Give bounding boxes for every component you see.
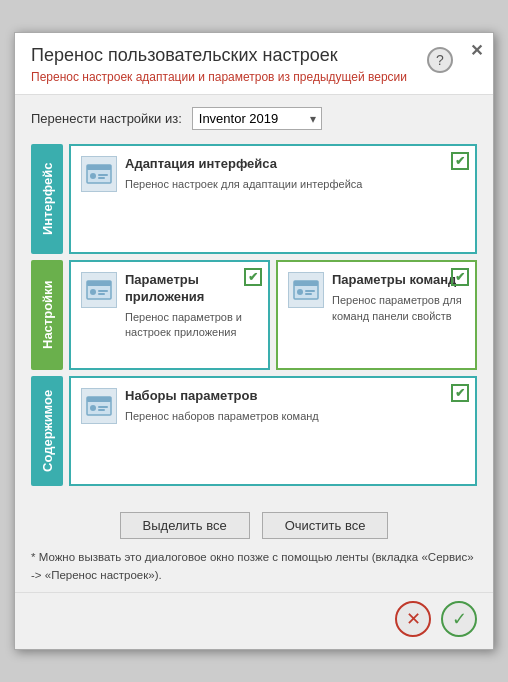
category-label-interface: Интерфейс xyxy=(31,144,63,254)
category-label-settings: Настройки xyxy=(31,260,63,370)
svg-rect-13 xyxy=(305,290,315,292)
select-all-button[interactable]: Выделить все xyxy=(120,512,250,539)
cmd-params-text: Параметры команд Перенос параметров для … xyxy=(332,272,465,324)
param-sets-icon xyxy=(81,388,117,424)
app-params-desc: Перенос параметров и настроек приложения xyxy=(125,310,258,341)
dialog-subtitle: Перенос настроек адаптации и параметров … xyxy=(31,70,477,84)
svg-rect-11 xyxy=(294,281,318,286)
svg-rect-19 xyxy=(98,409,105,411)
svg-rect-3 xyxy=(98,174,108,176)
source-select-wrapper[interactable]: Inventor 2019 Inventor 2018 Inventor 201… xyxy=(192,107,322,130)
svg-rect-8 xyxy=(98,290,108,292)
category-items-content: Наборы параметров Перенос наборов параме… xyxy=(69,376,477,486)
param-sets-desc: Перенос наборов параметров команд xyxy=(125,409,465,424)
cmd-params-title: Параметры команд xyxy=(332,272,465,289)
ok-button[interactable]: ✓ xyxy=(441,601,477,637)
dialog-title: Перенос пользовательских настроек xyxy=(31,45,477,66)
item-card-app-params[interactable]: Параметры приложения Перенос параметров … xyxy=(69,260,270,370)
adapt-checkbox[interactable]: ✔ xyxy=(451,152,469,170)
app-params-checkbox[interactable]: ✔ xyxy=(244,268,262,286)
adapt-title: Адаптация интерфейса xyxy=(125,156,465,173)
category-interface: Интерфейс xyxy=(31,144,477,254)
svg-rect-14 xyxy=(305,293,312,295)
svg-point-7 xyxy=(90,289,96,295)
item-card-adapt[interactable]: Адаптация интерфейса Перенос настроек дл… xyxy=(69,144,477,254)
svg-rect-4 xyxy=(98,177,105,179)
title-bar: Перенос пользовательских настроек Перено… xyxy=(15,33,493,95)
adapt-text: Адаптация интерфейса Перенос настроек дл… xyxy=(125,156,465,192)
param-sets-text: Наборы параметров Перенос наборов параме… xyxy=(125,388,465,424)
category-settings: Настройки xyxy=(31,260,477,370)
action-row: Выделить все Очистить все xyxy=(15,512,493,539)
main-content: Перенести настройки из: Inventor 2019 In… xyxy=(15,95,493,498)
dialog: Перенос пользовательских настроек Перено… xyxy=(14,32,494,650)
category-items-interface: Адаптация интерфейса Перенос настроек дл… xyxy=(69,144,477,254)
cancel-button[interactable]: ✕ xyxy=(395,601,431,637)
svg-point-12 xyxy=(297,289,303,295)
source-label: Перенести настройки из: xyxy=(31,111,182,126)
app-params-icon xyxy=(81,272,117,308)
svg-point-17 xyxy=(90,405,96,411)
svg-point-2 xyxy=(90,173,96,179)
cmd-params-checkbox[interactable]: ✔ xyxy=(451,268,469,286)
close-button[interactable]: ✕ xyxy=(470,41,483,60)
svg-rect-6 xyxy=(87,281,111,286)
svg-rect-16 xyxy=(87,397,111,402)
source-row: Перенести настройки из: Inventor 2019 In… xyxy=(31,107,477,130)
item-card-cmd-params[interactable]: Параметры команд Перенос параметров для … xyxy=(276,260,477,370)
clear-all-button[interactable]: Очистить все xyxy=(262,512,389,539)
cmd-params-icon xyxy=(288,272,324,308)
cmd-params-desc: Перенос параметров для команд панели сво… xyxy=(332,293,465,324)
category-label-content: Содержимое xyxy=(31,376,63,486)
param-sets-title: Наборы параметров xyxy=(125,388,465,405)
app-params-text: Параметры приложения Перенос параметров … xyxy=(125,272,258,341)
categories-list: Интерфейс xyxy=(31,144,477,486)
adapt-icon xyxy=(81,156,117,192)
category-items-settings: Параметры приложения Перенос параметров … xyxy=(69,260,477,370)
app-params-title: Параметры приложения xyxy=(125,272,258,306)
svg-rect-18 xyxy=(98,406,108,408)
dialog-footer: ✕ ✓ xyxy=(15,592,493,649)
source-select[interactable]: Inventor 2019 Inventor 2018 Inventor 201… xyxy=(192,107,322,130)
adapt-desc: Перенос настроек для адаптации интерфейс… xyxy=(125,177,465,192)
item-card-param-sets[interactable]: Наборы параметров Перенос наборов параме… xyxy=(69,376,477,486)
svg-rect-9 xyxy=(98,293,105,295)
svg-rect-1 xyxy=(87,165,111,170)
footer-note: * Можно вызвать это диалоговое окно позж… xyxy=(15,539,493,592)
param-sets-checkbox[interactable]: ✔ xyxy=(451,384,469,402)
category-content: Содержимое xyxy=(31,376,477,486)
